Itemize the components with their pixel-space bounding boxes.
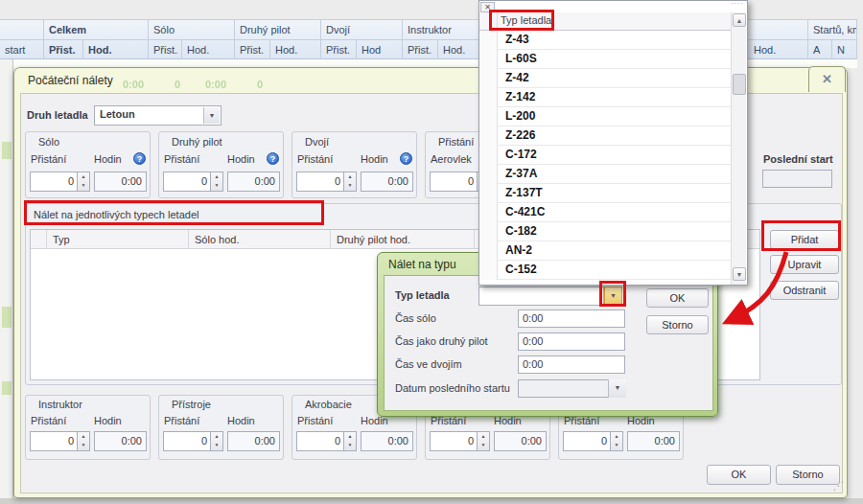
typ-letadla-field[interactable] [478,286,604,306]
datum-posledniho-startu-field[interactable] [518,379,609,398]
help-icon[interactable]: ? [133,152,146,165]
spinner-buttons[interactable]: ▲▼ [211,172,223,192]
posledni-start-field[interactable] [762,170,832,188]
dropdown-list-item[interactable]: C-172 [479,146,732,165]
hodin-label: Hodin [227,415,255,426]
pridat-button[interactable]: Přidat [770,230,839,249]
hodin-label: Hodin [227,153,255,165]
flight-group-box: Dvojí Přistání Hodin ? 0 ▲▼ 0:00 [292,131,417,198]
subdialog-ok-button[interactable]: OK [646,288,709,308]
spinner-buttons[interactable]: ▲▼ [78,431,90,451]
upravit-button[interactable]: Upravit [770,255,839,274]
dropdown-list-item[interactable]: L-200 [479,107,732,126]
hodin-label: Hodin [94,153,122,165]
hodin-field[interactable]: 0:00 [94,172,147,192]
pristani-spinner[interactable]: 0 [430,431,478,451]
cas-solo-field[interactable]: 0:00 [518,309,625,328]
row-selector-cell[interactable] [479,50,498,69]
subdialog-storno-button[interactable]: Storno [646,315,709,334]
top-groups-row: Sólo Přistání Hodin ? 0 ▲▼ 0:00 Druhý pi… [25,131,417,198]
hodin-field[interactable]: 0:00 [227,431,280,451]
hodin-field[interactable]: 0:00 [227,172,280,192]
dropdown-list-item[interactable]: C-182 [479,222,732,241]
aerovlek-spinner[interactable]: 0 [430,172,478,192]
ok-button[interactable]: OK [707,465,771,485]
row-selector-cell[interactable] [479,241,498,261]
hodin-field[interactable]: 0:00 [361,431,413,451]
row-selector-cell[interactable] [479,88,498,107]
background-bottom-strip [0,498,863,504]
aircraft-kind-combo[interactable]: Letoun ▼ [94,105,222,126]
group-title: Instruktor [38,399,82,410]
row-selector-cell[interactable] [479,126,498,146]
dropdown-list-item[interactable]: C-421C [479,203,732,222]
spinner-buttons[interactable]: ▲▼ [611,431,623,451]
pristani-spinner[interactable]: 0 [163,431,211,451]
spinner-buttons[interactable]: ▲▼ [78,172,90,192]
close-icon[interactable]: ✕ [808,66,846,92]
dropdown-resize-grip-icon[interactable]: ∙∙∙∙ [731,0,743,8]
spinner-buttons[interactable]: ▲▼ [344,431,357,451]
date-dropdown-icon[interactable]: ▼ [608,379,626,398]
aircraft-type-label: Z-142 [505,90,535,103]
row-selector-cell[interactable] [479,261,498,280]
background-left-strip [0,59,13,498]
cas-druhy-pilot-field[interactable]: 0:00 [518,332,625,351]
dropdown-list-item[interactable]: L-60S [479,50,732,69]
help-icon[interactable]: ? [400,152,412,165]
row-selector-cell[interactable] [479,31,498,50]
chevron-down-icon[interactable]: ▼ [203,107,220,124]
spinner-buttons[interactable]: ▲▼ [211,431,223,451]
group-title: Druhý pilot [172,136,222,148]
cas-ve-dvojim-field[interactable]: 0:00 [518,355,625,374]
hodin-field[interactable]: 0:00 [94,431,147,451]
hodin-field[interactable]: 0:00 [361,172,413,192]
aircraft-type-label: C-172 [505,148,537,161]
pristani-spinner[interactable]: 0 [296,172,344,192]
dropdown-list-item[interactable]: AN-2 [479,241,732,261]
dropdown-close-icon[interactable]: ✕ [480,2,495,12]
spinner-buttons[interactable]: ▲▼ [344,172,357,192]
pristani-spinner[interactable]: 0 [296,431,344,451]
storno-button[interactable]: Storno [776,465,840,485]
pristani-spinner[interactable]: 0 [30,431,78,451]
scroll-up-icon[interactable]: ▲ [733,13,746,27]
hodin-field[interactable]: 0:00 [494,431,547,451]
dropdown-scrollbar[interactable]: ▲ ▼ [731,12,746,285]
aircraft-type-label: AN-2 [505,243,532,257]
col-druhy-pilot-hod[interactable]: Druhý pilot hod. [331,230,475,249]
dropdown-list-item[interactable]: Z-137T [479,184,732,203]
row-selector-cell[interactable] [479,203,498,222]
col-solo-hod[interactable]: Sólo hod. [189,230,331,249]
spinner-buttons[interactable]: ▲▼ [478,431,490,451]
pristani-spinner[interactable]: 0 [163,172,211,192]
pristani-spinner[interactable]: 0 [30,172,78,192]
scrollbar-thumb[interactable] [733,74,746,95]
dropdown-list-item[interactable]: Z-43 [479,31,732,50]
hodin-label: Hodin [361,153,388,165]
aircraft-type-label: C-152 [505,263,537,276]
hodin-field[interactable]: 0:00 [627,431,680,451]
row-selector-cell[interactable] [479,69,498,88]
scroll-down-icon[interactable]: ▼ [733,267,746,281]
dropdown-list-item[interactable]: C-152 [479,261,732,280]
col-typ[interactable]: Typ [47,230,189,249]
dropdown-list-item[interactable]: Z-226 [479,126,732,146]
dropdown-list-item[interactable]: Z-142 [479,88,732,107]
row-selector-cell[interactable] [479,107,498,126]
row-selector-cell[interactable] [479,165,498,184]
resize-grip-icon[interactable]: ⋰ [832,479,844,493]
dropdown-list-item[interactable]: Z-37A [479,165,732,184]
dropdown-list-item[interactable]: Z-42 [479,69,732,88]
pristani-label: Přistání [164,153,199,165]
aircraft-type-label: Z-43 [505,33,529,46]
row-selector-cell[interactable] [479,146,498,165]
typ-letadla-dropdown-icon[interactable]: ▼ [604,286,622,306]
odstranit-button[interactable]: Odstranit [770,281,839,300]
row-selector-cell[interactable] [479,184,498,203]
help-icon[interactable]: ? [267,152,279,165]
bg-col-hod: Hod. [749,20,808,60]
flight-group-box: Přístroje Přistání Hodin 0 ▲▼ 0:00 [158,395,284,460]
row-selector-cell[interactable] [479,222,498,241]
pristani-spinner[interactable]: 0 [563,431,611,451]
